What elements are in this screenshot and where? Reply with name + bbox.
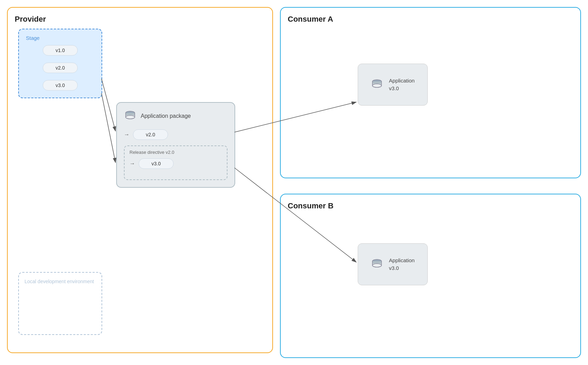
v3-arrow: → [130,160,135,167]
svg-point-3 [372,84,382,87]
provider-box: Provider Stage v1.0 v2.0 v3.0 Local deve… [7,7,273,353]
consumer-a-title: Consumer A [288,15,573,24]
release-directive-box: Release directive v2.0 → v3.0 [124,145,227,180]
stage-box: Stage v1.0 v2.0 v3.0 [18,29,102,98]
v3-row: → v3.0 [130,158,222,169]
consumer-a-db-icon [371,78,383,91]
v2-arrow: → [124,131,130,138]
app-package-box: Application package → v2.0 Release direc… [116,102,235,188]
consumer-a-app-label: Applicationv3.0 [389,77,414,93]
consumer-b-app-label: Applicationv3.0 [389,257,414,272]
svg-point-1 [126,115,135,119]
svg-point-5 [372,264,382,267]
local-dev-box: Local development environment [18,272,102,335]
version-pill-v1: v1.0 [43,45,78,56]
release-directive-label: Release directive v2.0 [130,150,222,155]
app-package-v3: v3.0 [139,158,174,169]
consumer-b-box: Consumer B Applicationv3.0 [280,194,581,358]
consumer-b-app-card: Applicationv3.0 [358,243,428,285]
app-package-header: Application package [124,110,227,122]
consumer-b-title: Consumer B [288,201,573,210]
stage-label: Stage [26,35,94,41]
app-package-title: Application package [141,113,191,119]
consumer-a-box: Consumer A Applicationv3.0 [280,7,581,178]
consumer-a-app-card: Applicationv3.0 [358,64,428,106]
local-dev-label: Local development environment [24,278,96,285]
v2-row: → v2.0 [124,129,227,140]
consumer-b-db-icon [371,258,383,271]
app-package-v2: v2.0 [133,129,168,140]
version-pill-v3: v3.0 [43,80,78,91]
diagram-wrapper: Provider Stage v1.0 v2.0 v3.0 Local deve… [7,7,581,358]
provider-title: Provider [15,15,265,24]
database-icon [124,110,136,122]
version-pill-v2: v2.0 [43,63,78,73]
